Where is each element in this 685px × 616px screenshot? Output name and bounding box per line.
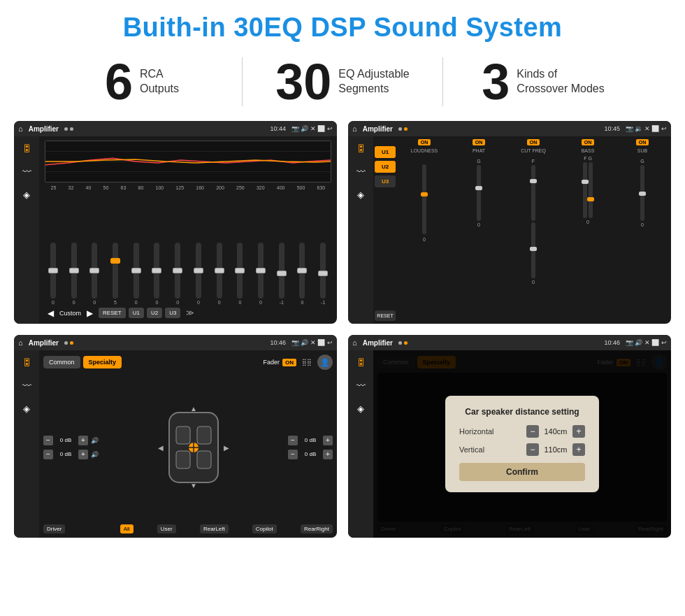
fader-icon-2[interactable]: 〰 — [22, 380, 31, 391]
fader-icon-3[interactable]: ◈ — [23, 403, 30, 414]
db-left-front: − 0 dB + 🔊 — [43, 436, 99, 445]
svg-text:◀: ◀ — [158, 444, 164, 452]
eq-slider-14[interactable]: -1 — [315, 243, 331, 305]
home-icon-4[interactable]: ⌂ — [352, 338, 357, 347]
home-icon-3[interactable]: ⌂ — [18, 338, 23, 347]
svg-rect-6 — [197, 427, 211, 444]
time-3: 10:46 — [270, 339, 286, 346]
horizontal-plus-btn[interactable]: + — [572, 425, 585, 438]
plus-right-rear[interactable]: + — [323, 450, 333, 459]
dialog-icon-3[interactable]: ◈ — [357, 403, 364, 414]
eq-slider-10[interactable]: 0 — [231, 243, 248, 305]
confirm-button[interactable]: Confirm — [459, 463, 585, 481]
status-icons-1: 📷 🔊 ✕ ⬜ ↩ — [291, 125, 333, 132]
u2-select-btn[interactable]: U2 — [375, 161, 396, 173]
eq-slider-4[interactable]: 5 — [107, 243, 124, 305]
u3-select-btn[interactable]: U3 — [375, 176, 396, 187]
profile-icon[interactable]: 👤 — [317, 354, 333, 370]
horizontal-label: Horizontal — [459, 427, 494, 436]
fader-tab-row: Common Specialty Fader ON ⣿⣿ 👤 — [43, 354, 333, 370]
stats-row: 6 RCAOutputs 30 EQ AdjustableSegments 3 … — [0, 50, 685, 117]
eq-slider-2[interactable]: 0 — [66, 243, 82, 305]
dialog-icon-2[interactable]: 〰 — [356, 380, 366, 391]
stat-number-30: 30 — [275, 57, 331, 107]
app-name-3: Amplifier — [29, 339, 59, 347]
vertical-minus-btn[interactable]: − — [526, 443, 539, 456]
minus-right-rear[interactable]: − — [288, 450, 298, 459]
car-diagram: ▲ ▼ ◀ ▶ — [103, 406, 284, 489]
svg-rect-7 — [176, 451, 190, 468]
svg-text:▼: ▼ — [190, 482, 197, 489]
channel-bass: ON BASS FG 0 — [562, 139, 614, 224]
horizontal-minus-btn[interactable]: − — [526, 425, 539, 438]
channel-loudness: ON LOUDNESS 0 — [398, 139, 450, 242]
eq-more-icon[interactable]: ≫ — [186, 308, 194, 317]
amp-icon-3[interactable]: ◈ — [357, 189, 364, 200]
eq-next-btn[interactable]: ▶ — [84, 308, 96, 318]
status-bar-1: ⌂ Amplifier 10:44 📷 🔊 ✕ ⬜ ↩ — [14, 121, 337, 136]
status-dots-3 — [64, 341, 73, 345]
plus-left-front[interactable]: + — [78, 436, 88, 445]
eq-slider-8[interactable]: 0 — [190, 243, 207, 305]
time-4: 10:46 — [604, 339, 620, 346]
eq-slider-12[interactable]: -1 — [273, 243, 290, 305]
eq-u3-btn[interactable]: U3 — [165, 308, 180, 318]
eq-icon-3[interactable]: ◈ — [23, 189, 30, 200]
rearright-btn[interactable]: RearRight — [301, 524, 333, 533]
user-btn[interactable]: User — [157, 524, 176, 533]
eq-prev-btn[interactable]: ◀ — [45, 308, 57, 318]
eq-u1-btn[interactable]: U1 — [129, 308, 144, 318]
eq-slider-1[interactable]: 0 — [45, 243, 62, 305]
status-dots-1 — [64, 127, 73, 131]
eq-slider-11[interactable]: 0 — [252, 243, 269, 305]
amp-reset-btn[interactable]: RESET — [375, 310, 396, 321]
plus-left-rear[interactable]: + — [78, 450, 88, 459]
plus-right-front[interactable]: + — [323, 436, 333, 445]
eq-slider-3[interactable]: 0 — [86, 243, 103, 305]
status-icons-3: 📷 🔊 ✕ ⬜ ↩ — [291, 339, 333, 346]
fader-label: Fader — [263, 359, 280, 366]
rearleft2-btn[interactable]: RearLeft — [200, 524, 229, 533]
home-icon-1[interactable]: ⌂ — [18, 124, 23, 133]
eq-reset-btn[interactable]: RESET — [99, 308, 126, 318]
copilot-btn[interactable]: Copilot — [252, 524, 277, 533]
minus-left-rear[interactable]: − — [43, 450, 53, 459]
eq-slider-9[interactable]: 0 — [211, 243, 228, 305]
eq-icon-2[interactable]: 〰 — [22, 166, 31, 177]
page-title: Buith-in 30EQ DSP Sound System — [0, 0, 685, 50]
home-icon-2[interactable]: ⌂ — [352, 124, 357, 133]
svg-text:▲: ▲ — [190, 406, 197, 413]
minus-left-front[interactable]: − — [43, 436, 53, 445]
bottom-label-row: Driver All User RearLeft Copilot RearRig… — [43, 524, 333, 533]
stat-number-3: 3 — [482, 57, 510, 107]
fader-icon-1[interactable]: 🎛 — [22, 357, 31, 368]
vertical-label: Vertical — [459, 445, 484, 454]
amp-icon-1[interactable]: 🎛 — [356, 143, 366, 154]
dialog-icon-1[interactable]: 🎛 — [356, 357, 366, 368]
eq-slider-6[interactable]: 0 — [149, 243, 166, 305]
eq-u2-btn[interactable]: U2 — [147, 308, 162, 318]
screens-grid: ⌂ Amplifier 10:44 📷 🔊 ✕ ⬜ ↩ 🎛 〰 ◈ — [0, 117, 685, 545]
time-1: 10:44 — [270, 125, 286, 132]
eq-sliders: 0 0 0 5 0 — [45, 193, 331, 305]
eq-icon-1[interactable]: 🎛 — [22, 143, 31, 154]
status-bar-4: ⌂ Amplifier 10:46 📷 🔊 ✕ ⬜ ↩ — [348, 335, 671, 350]
minus-right-front[interactable]: − — [288, 436, 298, 445]
tab-common[interactable]: Common — [43, 356, 80, 368]
tab-specialty[interactable]: Specialty — [83, 356, 122, 368]
channel-sub: ON SUB G 0 — [616, 139, 668, 227]
amp-icon-2[interactable]: 〰 — [356, 166, 366, 177]
eq-slider-5[interactable]: 0 — [128, 243, 145, 305]
horizontal-value-control: − 140cm + — [526, 425, 585, 438]
driver-btn[interactable]: Driver — [43, 524, 65, 533]
time-2: 10:45 — [604, 125, 620, 132]
status-dots-2 — [398, 127, 408, 131]
app-name-2: Amplifier — [363, 125, 393, 133]
u1-select-btn[interactable]: U1 — [375, 146, 396, 158]
all-btn[interactable]: All — [120, 524, 134, 533]
vertical-plus-btn[interactable]: + — [572, 443, 585, 456]
eq-slider-13[interactable]: 0 — [294, 243, 311, 305]
eq-slider-7[interactable]: 0 — [169, 243, 186, 305]
dialog-title: Car speaker distance setting — [459, 407, 585, 417]
screen-fader: ⌂ Amplifier 10:46 📷 🔊 ✕ ⬜ ↩ 🎛 〰 ◈ Common… — [14, 335, 337, 538]
